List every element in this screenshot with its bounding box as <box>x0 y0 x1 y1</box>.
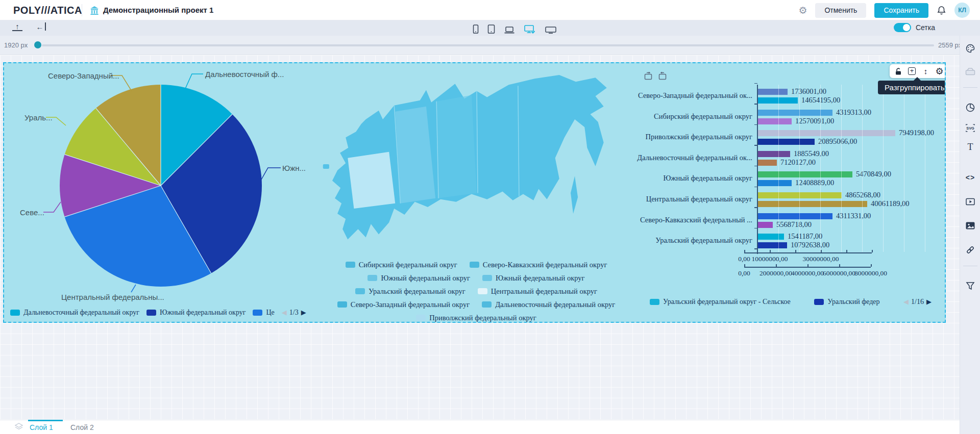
legend-item[interactable]: Уральский федеральный округ <box>355 285 465 298</box>
legend-label: Сибирский федеральный округ <box>359 261 457 269</box>
axis-tick-label: 0,00 <box>738 255 750 263</box>
app-header: POLY///ATICA Демонстрационный проект 1 ⚙… <box>0 0 980 20</box>
tablet-icon[interactable] <box>487 24 495 34</box>
filter-icon[interactable] <box>965 280 976 291</box>
avatar[interactable]: КЛ <box>954 3 970 18</box>
upload-icon[interactable]: ↑ <box>12 22 22 31</box>
legend-swatch <box>253 310 262 316</box>
legend-item[interactable]: Дальневосточный федеральный округ <box>10 309 139 317</box>
bar-category-label: Уральский федеральный округ <box>584 236 752 245</box>
settings-icon[interactable]: ⚙ <box>935 67 944 75</box>
phone-icon[interactable] <box>473 24 479 34</box>
pie-legend: Дальневосточный федеральный округЮжный ф… <box>10 309 306 317</box>
legend-item[interactable]: Южный федеральный округ <box>482 271 585 285</box>
widescreen-icon[interactable] <box>545 25 557 34</box>
collapse-left-icon[interactable]: ← <box>36 22 46 31</box>
legend-item[interactable]: Северо-Западный федеральный округ <box>337 298 470 311</box>
legend-swatch <box>10 310 20 316</box>
bar[interactable] <box>757 97 798 104</box>
bar[interactable] <box>757 222 773 228</box>
video-icon[interactable] <box>965 196 976 207</box>
palette-icon[interactable] <box>965 43 976 54</box>
bar[interactable] <box>757 110 832 116</box>
legend-item[interactable]: Центральный федеральный округ <box>478 285 597 298</box>
pie-callout-label: Южн... <box>282 164 306 172</box>
bar[interactable] <box>757 180 792 186</box>
bar-category-label: Дальневосточный федеральный ок... <box>584 154 752 162</box>
bar[interactable] <box>757 171 852 177</box>
dashboard-canvas[interactable]: Северо-Западный...Дальневосточный ф...Ур… <box>3 62 946 323</box>
flip-vertical-icon[interactable] <box>658 72 667 81</box>
legend-item[interactable]: Приволжский федеральный округ <box>416 311 536 323</box>
legend-item[interactable]: Южный федеральный округ <box>368 271 470 285</box>
device-size-switcher <box>473 22 557 34</box>
tray-icon[interactable] <box>965 66 976 77</box>
bell-icon[interactable] <box>937 5 946 15</box>
page-next-icon[interactable]: ▶ <box>301 309 306 317</box>
width-slider-knob[interactable] <box>34 41 41 48</box>
image-icon[interactable] <box>965 220 976 231</box>
text-icon[interactable]: T <box>965 141 976 152</box>
pie-chart-icon[interactable] <box>965 102 976 113</box>
pie-callout-label: Дальневосточный ф... <box>205 70 284 79</box>
legend-label: Дальневосточный федеральный округ <box>23 309 139 317</box>
page-prev-icon[interactable]: ◀ <box>903 298 909 306</box>
bar[interactable] <box>757 213 832 219</box>
settings-icon[interactable]: ⚙ <box>798 6 807 15</box>
width-slider-track[interactable] <box>42 44 934 46</box>
pie-callout-label: Центральный федеральны... <box>61 293 164 301</box>
legend-item[interactable]: Северо-Кавказский федеральный округ <box>470 258 607 271</box>
work-area: Северо-Западный...Дальневосточный ф...Ур… <box>0 55 960 420</box>
bar[interactable] <box>757 160 777 166</box>
legend-swatch <box>416 315 426 321</box>
legend-item[interactable]: Уральский федеральный округ - Сельское <box>650 298 791 306</box>
grid-toggle[interactable] <box>894 23 911 32</box>
tab-layer-2[interactable]: Слой 2 <box>70 423 94 431</box>
link-icon[interactable] <box>965 244 976 256</box>
legend-swatch <box>146 310 156 316</box>
bar-value-label: 12570091,00 <box>795 117 834 125</box>
add-icon[interactable]: + <box>908 67 916 75</box>
axis-tick-label: 0,00 <box>738 269 750 277</box>
bar-category-label: Северо-Западный федеральный ок... <box>584 91 752 100</box>
bar-value-label: 20895066,00 <box>818 137 857 146</box>
legend-item[interactable]: Южный федеральный округ <box>146 309 246 317</box>
legend-item[interactable]: Уральский федер <box>814 298 879 306</box>
legend-pagination: ◀1/3▶ <box>282 309 306 317</box>
layers-tabbar: Слой 1 Слой 2 <box>0 420 960 434</box>
bar[interactable] <box>757 89 788 95</box>
unlock-icon[interactable] <box>894 67 902 75</box>
legend-swatch <box>650 299 659 305</box>
ungroup-icon[interactable]: ↕ <box>921 67 930 75</box>
project-title: Демонстрационный проект 1 <box>103 6 213 14</box>
bar[interactable] <box>757 201 867 207</box>
monitor-check-icon[interactable] <box>524 24 536 34</box>
bar[interactable] <box>757 151 790 157</box>
bar[interactable] <box>757 118 792 124</box>
tab-layer-1[interactable]: Слой 1 <box>30 423 53 431</box>
pie-callout-label: Северо-Западный... <box>48 71 119 80</box>
svg-icon[interactable]: SVG <box>965 122 976 134</box>
flip-horizontal-icon[interactable] <box>644 72 653 81</box>
legend-label: Уральский федер <box>827 298 879 306</box>
legend-item[interactable]: Дальневосточный федеральный округ <box>482 298 615 311</box>
code-icon[interactable]: <> <box>965 172 976 183</box>
legend-item[interactable]: Це <box>253 309 274 317</box>
legend-swatch <box>814 299 824 305</box>
bar-value-label: 1541187,00 <box>788 232 822 241</box>
laptop-icon[interactable] <box>504 25 515 34</box>
legend-swatch <box>355 288 365 294</box>
axis-tick-label: 2000000,00 <box>760 269 792 277</box>
legend-swatch <box>337 301 347 308</box>
pie-callout-label: Ураль... <box>24 113 53 122</box>
save-button[interactable]: Сохранить <box>874 3 928 18</box>
page-next-icon[interactable]: ▶ <box>926 298 932 306</box>
cancel-button[interactable]: Отменить <box>815 3 866 18</box>
svg-text:SVG: SVG <box>966 126 974 131</box>
page-prev-icon[interactable]: ◀ <box>282 309 287 317</box>
bar[interactable] <box>757 242 787 248</box>
legend-item[interactable]: Сибирский федеральный округ <box>346 258 457 271</box>
widgets-sidebar: SVGT<> <box>960 36 980 434</box>
bar[interactable] <box>757 139 815 145</box>
bar[interactable] <box>757 234 784 240</box>
